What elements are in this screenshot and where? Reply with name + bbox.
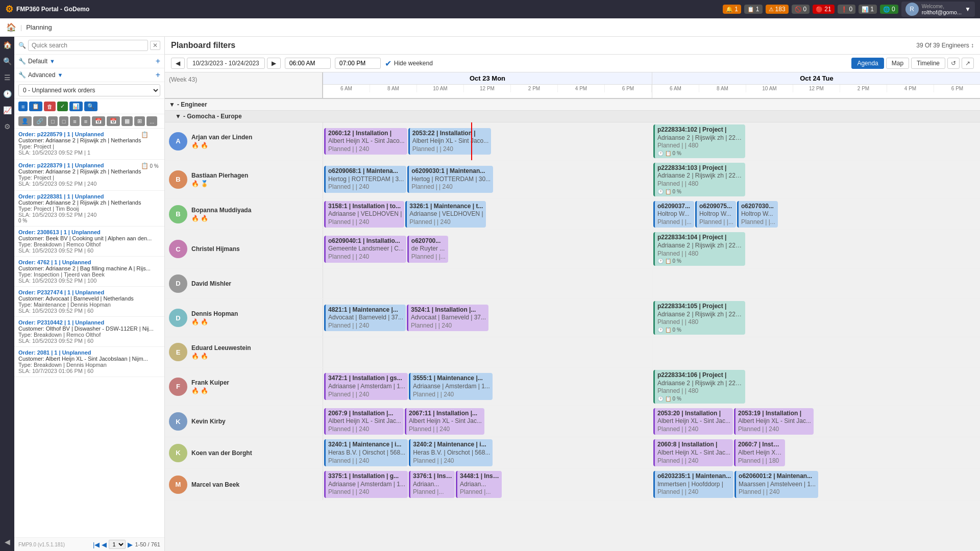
wo-item-3[interactable]: Order: p2228381 | 1 | Unplanned Customer… xyxy=(14,191,164,227)
wo-item-7[interactable]: Order: P2310442 | 1 | Unplanned Customer… xyxy=(14,317,164,347)
wo-card-arjan-3[interactable]: p2228334:102 | Project | Adriaanse 2 | R… xyxy=(653,124,745,158)
notification-badge[interactable]: 🔔 1 xyxy=(723,5,741,14)
sidebar-item-time[interactable]: 🕐 xyxy=(3,90,12,98)
wo-card-dennis-3[interactable]: p2228334:105 | Project | Adriaanse 2 | R… xyxy=(653,301,745,335)
cal-btn[interactable]: 📅 xyxy=(92,116,105,126)
advanced-filter-row[interactable]: 🔧 Advanced ▼ + xyxy=(14,68,164,82)
wo-item-5[interactable]: Order: 4762 | 1 | Unplanned Customer: Ad… xyxy=(14,257,164,287)
chart-badge[interactable]: 📊 1 xyxy=(859,5,877,14)
wo-card-frank-3[interactable]: p2228334:106 | Project | Adriaanse 2 | R… xyxy=(653,370,745,404)
timeline-scroll[interactable]: (Week 43) Oct 23 Mon 6 AM 8 AM 10 AM 12 … xyxy=(165,72,980,551)
hide-weekend-toggle[interactable]: ✔ Hide weekend xyxy=(385,59,433,68)
user-btn[interactable]: 👤 xyxy=(18,116,32,126)
wo-item-2[interactable]: Order: p2228379 | 1 | Unplanned Customer… xyxy=(14,160,164,191)
sidebar-collapse-btn[interactable]: ◀ xyxy=(5,538,10,546)
sidebar-item-chart[interactable]: 📈 xyxy=(3,106,12,114)
date-next-btn[interactable]: ▶ xyxy=(267,58,281,69)
wo-card-christel-2[interactable]: o620700... de Ruyter ... Planned | |... xyxy=(407,236,448,263)
map-view-btn[interactable]: Map xyxy=(886,58,909,69)
exclaim-badge[interactable]: ❗ 0 xyxy=(838,5,856,14)
alert-badge[interactable]: 🔴 21 xyxy=(813,5,834,14)
wo-card-bastiaan-1[interactable]: o6209068:1 | Maintena... Hertog | ROTTER… xyxy=(324,166,406,193)
wo-card-bopanna-2[interactable]: 3326:1 | Maintenance | t... Adriaanse | … xyxy=(405,201,485,228)
wo-card-bastiaan-2[interactable]: o6209030:1 | Maintenan... Hertog | ROTTE… xyxy=(407,166,493,193)
stats-btn[interactable]: 📊 xyxy=(69,102,83,111)
wo-card-dennis-1[interactable]: 4821:1 | Maintenance |... Advocaat | Bar… xyxy=(324,305,406,332)
globe-badge[interactable]: 🌐 0 xyxy=(880,5,898,14)
filter-btn[interactable]: ≡ xyxy=(18,102,28,111)
wo-item-4[interactable]: Order: 2308613 | 1 | Unplanned Customer:… xyxy=(14,227,164,257)
sidebar-item-settings[interactable]: ⚙ xyxy=(4,122,11,131)
grid2-btn[interactable]: ⊞ xyxy=(134,116,145,126)
agenda-view-btn[interactable]: Agenda xyxy=(851,58,884,69)
sq2-btn[interactable]: □ xyxy=(59,116,69,126)
wo-card-christel-3[interactable]: p2228334:104 | Project | Adriaanse 2 | R… xyxy=(653,232,745,266)
wo-item-8[interactable]: Order: 2081 | 1 | Unplanned Customer: Al… xyxy=(14,347,164,377)
wo-card-title: p2228334:103 | Project | xyxy=(657,164,743,172)
wo-card-marcel-1[interactable]: 3375:1 | Installation | g... Adriaanse |… xyxy=(324,471,408,498)
wo-type-select[interactable]: 0 - Unplanned work orders xyxy=(18,84,160,96)
wo-card-bopanna-1[interactable]: 3158:1 | Installation | to... Adriaanse … xyxy=(324,201,404,228)
wo-card-marcel-4[interactable]: o6203235:1 | Maintenan... Immertsen | Ho… xyxy=(653,471,733,498)
page-select[interactable]: 1 xyxy=(109,540,126,549)
wo-card-marcel-3[interactable]: 3448:1 | Instal... Adriaan... Planned |.… xyxy=(456,471,502,498)
sidebar-item-home[interactable]: 🏠 xyxy=(3,41,12,49)
list-btn[interactable]: ≡ xyxy=(70,116,79,126)
wo-card-bastiaan-3[interactable]: p2228334:103 | Project | Adriaanse 2 | R… xyxy=(653,163,745,196)
page-prev-btn[interactable]: ◀ xyxy=(102,541,107,548)
refresh-btn[interactable]: ↺ xyxy=(947,58,960,69)
clipboard-badge[interactable]: 📋 1 xyxy=(744,5,763,14)
default-filter-row[interactable]: 🔧 Default ▼ + xyxy=(14,55,164,68)
more-btn[interactable]: ... xyxy=(146,116,157,126)
wo-card-arjan-2[interactable]: 2053:22 | Installation | Albert Heijn XL… xyxy=(408,128,492,155)
wo-card-bopanna-5[interactable]: o6207030... Holtrop W... Planned | |... xyxy=(737,201,778,228)
sq-btn[interactable]: □ xyxy=(48,116,58,126)
warning-badge[interactable]: ⚠ 183 xyxy=(766,5,789,14)
wo-card-christel-1[interactable]: o6209040:1 | Installatio... Gemeente Lan… xyxy=(324,236,406,263)
wo-sla-7: SLA: 10/5/2023 09:52 PM | 60 xyxy=(18,338,160,344)
cal2-btn[interactable]: 📅 xyxy=(107,116,120,126)
wo-card-kevin-1[interactable]: 2067:9 | Installation |... Albert Heijn … xyxy=(324,408,404,435)
wo-card-koen-1[interactable]: 3240:1 | Maintenance | i... Heras B.V. |… xyxy=(324,439,408,466)
wo-card-kevin-2[interactable]: 2067:11 | Installation |... Albert Heijn… xyxy=(405,408,484,435)
wo-card-dennis-2[interactable]: 3524:1 | Installation |... Advocaat | Ba… xyxy=(407,305,488,332)
planning-label: Planning xyxy=(26,23,52,31)
wo-card-frank-2[interactable]: 3555:1 | Maintenance |... Adriaanse | Am… xyxy=(409,373,493,400)
home-icon[interactable]: 🏠 xyxy=(6,22,16,32)
wo-card-arjan-1[interactable]: 2060:12 | Installation | Albert Heijn XL… xyxy=(324,128,407,155)
search-btn[interactable]: 🔍 xyxy=(84,102,97,111)
page-next-btn[interactable]: ▶ xyxy=(128,541,133,548)
time-start-input[interactable] xyxy=(285,58,331,69)
search-clear-btn[interactable]: ✕ xyxy=(150,41,160,50)
sidebar-item-list[interactable]: ☰ xyxy=(4,73,11,82)
export-btn[interactable]: ↗ xyxy=(962,58,974,69)
sidebar-item-search[interactable]: 🔍 xyxy=(3,57,12,65)
link-btn[interactable]: 🔗 xyxy=(33,116,46,126)
block-badge[interactable]: 🚫 0 xyxy=(792,5,810,14)
check-btn[interactable]: ✓ xyxy=(57,102,68,111)
time-end-input[interactable] xyxy=(335,58,381,69)
list2-btn[interactable]: ≡ xyxy=(81,116,90,126)
wo-card-koen-2[interactable]: 3240:2 | Maintenance | i... Heras B.V. |… xyxy=(409,439,493,466)
wo-card-marcel-5[interactable]: o6206001:2 | Maintenan... Maarssen | Ams… xyxy=(734,471,818,498)
wo-card-koen-3[interactable]: 2060:8 | Installation | Albert Heijn XL … xyxy=(653,439,733,466)
date-prev-btn[interactable]: ◀ xyxy=(171,58,185,69)
wo-card-frank-1[interactable]: 3472:1 | Installation | gs... Adriaanse … xyxy=(324,373,408,400)
delete-btn[interactable]: 🗑 xyxy=(44,102,56,111)
wo-item-6[interactable]: Order: P2327474 | 1 | Unplanned Customer… xyxy=(14,287,164,317)
search-input[interactable] xyxy=(28,40,148,51)
advanced-filter-add-btn[interactable]: + xyxy=(156,70,160,80)
copy-btn[interactable]: 📋 xyxy=(29,102,42,111)
page-first-btn[interactable]: |◀ xyxy=(93,541,100,548)
wo-card-marcel-2[interactable]: 3376:1 | Insta... Adriaan... Planned |..… xyxy=(409,471,455,498)
wo-card-bopanna-4[interactable]: o6209075... Holtrop W... Planned | |... xyxy=(695,201,736,228)
timeline-view-btn[interactable]: Timeline xyxy=(911,58,945,69)
wo-card-koen-4[interactable]: 2060:7 | Installat... Albert Heijn XL - … xyxy=(734,439,785,466)
wo-card-kevin-3[interactable]: 2053:20 | Installation | Albert Heijn XL… xyxy=(653,408,733,435)
wo-card-bopanna-3[interactable]: o6209037... Holtrop W... Planned | |... xyxy=(653,201,694,228)
wo-item-1[interactable]: Order: p2228579 | 1 | Unplanned Customer… xyxy=(14,129,164,160)
user-area[interactable]: R Welcome, rolthof@gomo... ▼ xyxy=(901,2,975,17)
wo-card-kevin-4[interactable]: 2053:19 | Installation | Albert Heijn XL… xyxy=(734,408,814,435)
default-filter-add-btn[interactable]: + xyxy=(156,57,160,66)
grid-btn[interactable]: ▦ xyxy=(121,116,133,126)
